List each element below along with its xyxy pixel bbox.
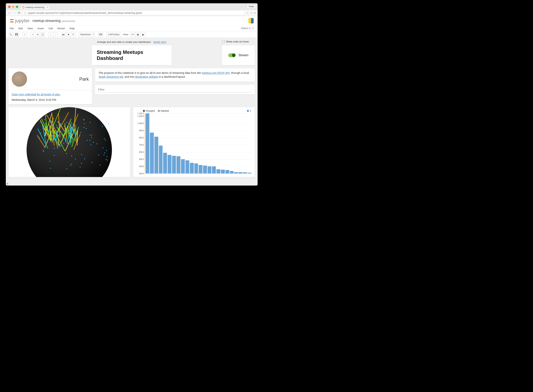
autosave-status: (autosaved): [62, 20, 75, 23]
show-code-checkbox[interactable]: [222, 40, 225, 43]
command-palette-button[interactable]: ⌨: [98, 32, 103, 37]
view-dashboard-button[interactable]: ◕: [140, 32, 145, 37]
bar[interactable]: [163, 153, 167, 173]
bar[interactable]: [168, 155, 171, 173]
bar[interactable]: [181, 159, 185, 173]
bar[interactable]: [243, 172, 247, 173]
resize-handle-icon[interactable]: [7, 183, 9, 184]
event-datetime: Wednesday, March 9, 2016, 8:30 PM: [12, 98, 89, 101]
copy-button[interactable]: ⧉: [35, 32, 40, 37]
stream-toggle[interactable]: [228, 53, 236, 57]
search-button[interactable]: 🔍: [8, 32, 13, 37]
cut-button[interactable]: ✂: [30, 32, 35, 37]
restart-button[interactable]: ↻: [71, 32, 76, 37]
stream-toggle-card: Stream: [222, 45, 255, 65]
save-button[interactable]: 💾: [14, 32, 19, 37]
filter-input[interactable]: [98, 87, 252, 93]
back-icon[interactable]: ←: [8, 11, 11, 14]
view-grid-button[interactable]: ▦: [135, 32, 140, 37]
move-up-button[interactable]: ↑: [48, 32, 53, 37]
kernel-name: Python 3: [241, 27, 250, 30]
stacked-option[interactable]: Stacked: [158, 110, 169, 112]
spark-link[interactable]: Spark Streaming job: [99, 75, 123, 78]
notebook-title[interactable]: meetup-streaming (autosaved): [33, 19, 75, 23]
bar[interactable]: [150, 133, 154, 173]
bar[interactable]: [212, 166, 216, 173]
bar[interactable]: [247, 173, 251, 173]
browser-profile-button[interactable]: Peter: [247, 5, 256, 9]
bar[interactable]: [239, 172, 242, 173]
dashboard-hint: Arrange and size cells to create your da…: [6, 38, 258, 45]
bar[interactable]: [221, 170, 225, 173]
menu-edit[interactable]: Edit: [19, 27, 23, 30]
bar[interactable]: [146, 113, 149, 173]
menu-view[interactable]: View: [27, 27, 33, 30]
filter-card: [95, 85, 255, 94]
meetup-api-link[interactable]: meetup.com RSVP API: [202, 71, 230, 75]
address-bar: ← → ⟳ ▢ jupyter.cloudet.xyz/user/AnY1jQe…: [6, 9, 258, 16]
forward-icon: →: [13, 11, 16, 14]
jupyter-logo[interactable]: jupyter: [10, 18, 30, 23]
event-venue: Park: [79, 76, 89, 82]
view-label: View:: [123, 33, 129, 36]
bar[interactable]: [190, 163, 194, 173]
close-tab-icon[interactable]: ×: [47, 6, 48, 9]
maximize-window-icon[interactable]: [16, 6, 18, 8]
show-code-on-hover-option[interactable]: Show code on hover: [222, 40, 249, 43]
tab-title: meetup-streaming: [26, 6, 44, 9]
widgets-link[interactable]: declarative widgets: [135, 75, 158, 78]
grouped-option[interactable]: Grouped: [143, 110, 155, 112]
url-field[interactable]: ▢ jupyter.cloudet.xyz/user/AnY1jQeI3oyG/…: [22, 10, 245, 15]
bar[interactable]: [199, 165, 203, 173]
page-icon: ▢: [24, 11, 26, 14]
view-code-button[interactable]: </>: [130, 32, 135, 37]
more-info-link[interactable]: MORE INFO: [153, 41, 166, 43]
bar[interactable]: [159, 146, 163, 173]
bar-chart-card: Grouped Stacked 1 300.0400.0500.0600.070…: [133, 107, 255, 177]
run-button[interactable]: ▶|: [61, 32, 66, 37]
window-controls: [8, 6, 18, 8]
menu-cell[interactable]: Cell: [48, 27, 53, 30]
globe-card[interactable]: [9, 107, 130, 177]
bar[interactable]: [208, 166, 211, 173]
menu-help[interactable]: Help: [69, 27, 75, 30]
event-card: Park Open gym volleyball for all levels …: [9, 68, 92, 104]
move-down-button[interactable]: ↓: [53, 32, 58, 37]
menu-insert[interactable]: Insert: [38, 27, 44, 30]
jupyter-favicon-icon: [22, 6, 24, 9]
celltoolbar-button[interactable]: CellToolbar: [106, 32, 121, 37]
event-title-link[interactable]: Open gym volleyball for all levels of pl…: [12, 93, 61, 96]
close-window-icon[interactable]: [8, 6, 10, 8]
reload-icon[interactable]: ⟳: [18, 11, 20, 15]
bookmark-star-icon[interactable]: ☆: [246, 11, 249, 14]
menu-bar: File Edit View Insert Cell Kernel Help P…: [6, 25, 258, 31]
toolbar: 🔍 💾 ＋ ✂ ⧉ 📋 ↑ ↓ ▶| ■ ↻: [6, 31, 258, 38]
overflow-chevron-icon[interactable]: »: [251, 11, 252, 14]
jupyter-word: jupyter: [15, 18, 30, 23]
notebook-header: jupyter meetup-streaming (autosaved): [6, 16, 258, 25]
bar-chart: 300.0400.0500.0600.0700.0800.0900.01,000…: [145, 113, 251, 173]
minimize-window-icon[interactable]: [12, 6, 14, 8]
bar[interactable]: [203, 166, 207, 173]
event-thumbnail: [12, 71, 27, 87]
menu-file[interactable]: File: [10, 27, 14, 30]
description-card: The purpose of this notebook is to give …: [95, 68, 255, 82]
menu-kernel[interactable]: Kernel: [57, 27, 65, 30]
paste-button[interactable]: 📋: [40, 32, 45, 37]
stop-button[interactable]: ■: [66, 32, 71, 37]
bar[interactable]: [185, 160, 189, 173]
browser-tab[interactable]: meetup-streaming ×: [20, 5, 50, 9]
bar[interactable]: [234, 172, 238, 173]
cell-type-select[interactable]: Markdown: [79, 32, 95, 37]
globe-icon: [27, 107, 112, 177]
bar[interactable]: [176, 156, 180, 173]
bar[interactable]: [154, 137, 158, 174]
bar[interactable]: [225, 170, 229, 173]
bar[interactable]: [217, 169, 220, 173]
hamburger-menu-icon[interactable]: ≡: [254, 11, 256, 14]
add-cell-button[interactable]: ＋: [22, 32, 27, 37]
bar[interactable]: [230, 171, 234, 173]
url-text: jupyter.cloudet.xyz/user/AnY1jQeI3oyG/no…: [28, 11, 142, 14]
bar[interactable]: [172, 156, 176, 173]
bar[interactable]: [194, 163, 198, 173]
